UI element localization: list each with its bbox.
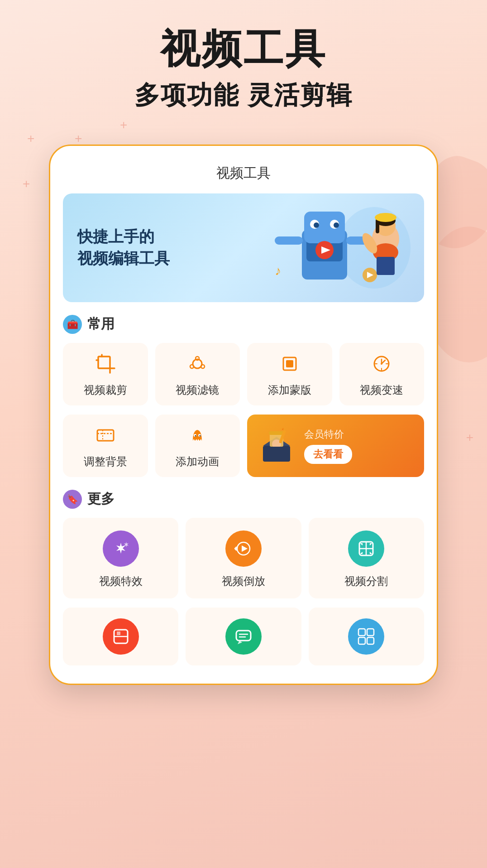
tool-video-effect[interactable]: 视频特效 bbox=[63, 518, 178, 598]
tool-adjust-bg-label: 调整背景 bbox=[84, 454, 127, 469]
tool-video-split[interactable]: 视频分割 bbox=[309, 518, 424, 598]
tool-video-reverse[interactable]: 视频倒放 bbox=[186, 518, 301, 598]
more-section-label: 更多 bbox=[87, 490, 115, 508]
svg-text:♪: ♪ bbox=[275, 264, 281, 278]
common-section-icon: 🧰 bbox=[63, 315, 82, 334]
promo-text: 会员特价 去看看 bbox=[304, 428, 415, 464]
svg-rect-75 bbox=[367, 637, 374, 644]
svg-rect-37 bbox=[286, 360, 293, 367]
filter-icon bbox=[187, 354, 207, 376]
deco-plus-5: + bbox=[466, 430, 473, 445]
effect-icon-circle bbox=[103, 530, 139, 567]
tool-bottom-1[interactable] bbox=[63, 608, 178, 665]
bottom-icon-1 bbox=[103, 618, 139, 655]
common-section-header: 🧰 常用 bbox=[63, 315, 424, 334]
deco-plus-2: + bbox=[75, 131, 82, 146]
tool-video-reverse-label: 视频倒放 bbox=[222, 574, 265, 588]
more-section-header: 🔖 更多 bbox=[63, 490, 424, 509]
svg-point-34 bbox=[190, 365, 194, 368]
more-section-icon: 🔖 bbox=[63, 490, 82, 509]
common-tools-row1: 视频裁剪 视频滤镜 bbox=[63, 343, 424, 405]
tool-video-crop-label: 视频裁剪 bbox=[84, 383, 127, 397]
svg-rect-23 bbox=[379, 213, 392, 219]
mask-icon bbox=[280, 354, 300, 376]
svg-marker-61 bbox=[242, 545, 248, 552]
svg-point-33 bbox=[196, 357, 199, 360]
svg-rect-21 bbox=[376, 220, 379, 233]
adjust-bg-icon bbox=[95, 425, 115, 448]
header-subtitle: 多项功能 灵活剪辑 bbox=[0, 78, 487, 113]
animation-icon bbox=[187, 425, 207, 448]
svg-rect-72 bbox=[358, 629, 365, 636]
tool-video-crop[interactable]: 视频裁剪 bbox=[63, 343, 148, 405]
more-tools-row2 bbox=[63, 608, 424, 665]
svg-rect-73 bbox=[367, 629, 374, 636]
banner: 快捷上手的 视频编辑工具 bbox=[63, 193, 424, 302]
common-tools-row2: 调整背景 添加动画 bbox=[63, 415, 424, 477]
banner-illustration: ♪ bbox=[243, 193, 415, 302]
promo-badge: 会员特价 bbox=[304, 428, 415, 441]
tool-add-mask-label: 添加蒙版 bbox=[268, 383, 311, 397]
svg-marker-59 bbox=[282, 428, 284, 430]
tool-video-filter-label: 视频滤镜 bbox=[176, 383, 219, 397]
tool-video-speed-label: 视频变速 bbox=[360, 383, 403, 397]
svg-rect-10 bbox=[275, 236, 303, 245]
split-icon-circle bbox=[348, 530, 384, 567]
svg-rect-3 bbox=[304, 212, 345, 243]
banner-line1: 快捷上手的 视频编辑工具 bbox=[77, 226, 170, 269]
deco-plus-4: + bbox=[23, 177, 30, 191]
tool-video-filter[interactable]: 视频滤镜 bbox=[155, 343, 240, 405]
svg-point-5 bbox=[314, 222, 319, 228]
svg-rect-57 bbox=[272, 447, 281, 448]
crop-icon bbox=[95, 354, 115, 376]
tool-add-animation[interactable]: 添加动画 bbox=[155, 415, 240, 477]
speed-icon bbox=[372, 354, 392, 376]
bottom-icon-2 bbox=[225, 618, 262, 655]
svg-point-7 bbox=[334, 222, 339, 228]
deco-plus-1: + bbox=[27, 131, 34, 146]
more-tools-row1: 视频特效 视频倒放 bbox=[63, 518, 424, 598]
svg-rect-68 bbox=[117, 632, 120, 635]
promo-illustration bbox=[256, 428, 297, 464]
svg-rect-45 bbox=[97, 430, 114, 441]
promo-button[interactable]: 去看看 bbox=[304, 445, 352, 464]
header: 视频工具 多项功能 灵活剪辑 bbox=[0, 0, 487, 126]
tool-add-animation-label: 添加动画 bbox=[176, 454, 219, 469]
tool-bottom-2[interactable] bbox=[186, 608, 301, 665]
svg-rect-27 bbox=[98, 357, 110, 368]
promo-card[interactable]: 会员特价 去看看 bbox=[247, 415, 424, 477]
tool-add-mask[interactable]: 添加蒙版 bbox=[247, 343, 332, 405]
tool-bottom-3[interactable] bbox=[309, 608, 424, 665]
header-title: 视频工具 bbox=[0, 27, 487, 71]
svg-rect-69 bbox=[236, 631, 251, 641]
app-bar-title: 视频工具 bbox=[63, 160, 424, 193]
phone-container: 视频工具 快捷上手的 视频编辑工具 bbox=[49, 145, 438, 685]
svg-point-35 bbox=[201, 365, 205, 368]
tool-adjust-bg[interactable]: 调整背景 bbox=[63, 415, 148, 477]
reverse-icon-circle bbox=[225, 530, 262, 567]
phone-frame: 视频工具 快捷上手的 视频编辑工具 bbox=[49, 145, 438, 685]
svg-rect-74 bbox=[358, 637, 365, 644]
common-section-label: 常用 bbox=[87, 315, 115, 333]
svg-point-51 bbox=[200, 435, 201, 436]
tool-video-effect-label: 视频特效 bbox=[99, 574, 143, 588]
svg-point-50 bbox=[195, 435, 196, 436]
bottom-icon-3 bbox=[348, 618, 384, 655]
banner-text: 快捷上手的 视频编辑工具 bbox=[77, 226, 170, 269]
svg-rect-25 bbox=[377, 257, 395, 275]
tool-video-speed[interactable]: 视频变速 bbox=[339, 343, 425, 405]
banner-svg: ♪ bbox=[248, 198, 411, 298]
tool-video-split-label: 视频分割 bbox=[344, 574, 388, 588]
